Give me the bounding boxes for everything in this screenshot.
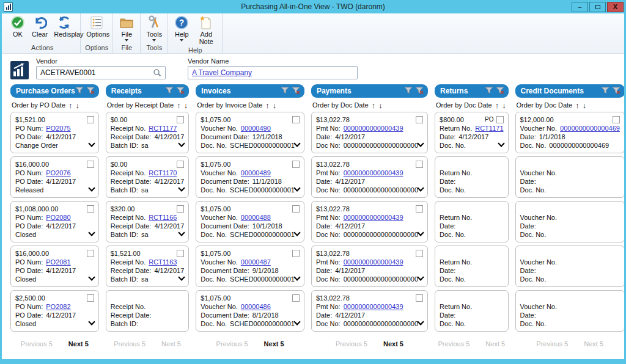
document-link[interactable]: PO2080 <box>46 214 70 221</box>
document-link[interactable]: 0000000000000439 <box>344 303 403 310</box>
document-link[interactable]: RCT1170 <box>149 169 177 177</box>
clear-filter-icon[interactable] <box>415 86 424 96</box>
sort-descending-icon[interactable]: ↓ <box>583 102 587 109</box>
card-checkbox[interactable] <box>177 161 184 168</box>
filter-icon[interactable] <box>485 86 493 96</box>
card-checkbox[interactable] <box>87 294 94 302</box>
filter-icon[interactable] <box>165 86 174 96</box>
sort-ascending-icon[interactable]: ↑ <box>372 102 376 109</box>
card-expand-chevron-icon[interactable] <box>88 318 95 325</box>
document-link[interactable]: RCT1177 <box>149 125 177 132</box>
card-checkbox[interactable] <box>87 205 94 213</box>
column-header-returns[interactable]: Returns <box>435 84 508 98</box>
card-expand-chevron-icon[interactable] <box>417 318 424 325</box>
card-expand-chevron-icon[interactable] <box>293 229 300 236</box>
document-link[interactable]: 0000000000000439 <box>344 125 403 132</box>
document-link[interactable]: PO2081 <box>46 258 70 266</box>
card-expand-chevron-icon[interactable] <box>88 140 95 147</box>
sort-ascending-icon[interactable]: ↑ <box>68 102 73 109</box>
sort-ascending-icon[interactable]: ↑ <box>265 102 270 109</box>
document-link[interactable]: 00000490 <box>241 125 271 132</box>
sort-descending-icon[interactable]: ↓ <box>378 102 383 109</box>
clear-filter-icon[interactable] <box>176 86 185 96</box>
filter-icon[interactable] <box>404 86 413 96</box>
card-checkbox[interactable] <box>87 250 94 257</box>
card-expand-chevron-icon[interactable] <box>293 184 300 191</box>
close-button[interactable]: X <box>607 2 624 12</box>
card-expand-chevron-icon[interactable] <box>293 318 300 325</box>
column-header-receipts[interactable]: Receipts <box>106 84 190 98</box>
card-expand-chevron-icon[interactable] <box>417 274 424 280</box>
card-expand-chevron-icon[interactable] <box>293 274 300 280</box>
card-checkbox[interactable] <box>416 116 423 123</box>
document-link[interactable]: 00000487 <box>241 258 271 266</box>
add-note-button[interactable]: Add Note <box>193 15 219 46</box>
document-link[interactable]: 00000488 <box>241 214 271 221</box>
clear-filter-icon[interactable] <box>612 86 620 96</box>
card-checkbox[interactable] <box>416 294 423 302</box>
card-checkbox[interactable] <box>292 250 300 257</box>
vendor-lookup-button[interactable] <box>149 68 161 77</box>
document-link[interactable]: RCT1166 <box>149 214 177 221</box>
redisplay-button[interactable]: Redisplay <box>51 15 78 38</box>
column-header-invoices[interactable]: Invoices <box>196 84 304 98</box>
card-expand-chevron-icon[interactable] <box>417 229 424 236</box>
document-link[interactable]: 00000486 <box>241 303 271 310</box>
help-button[interactable]: ?Help <box>171 15 193 42</box>
next-5-link[interactable]: Next 5 <box>68 340 89 348</box>
card-checkbox[interactable] <box>292 116 300 123</box>
ok-button[interactable]: OK <box>7 15 29 38</box>
card-expand-chevron-icon[interactable] <box>417 184 424 191</box>
document-link[interactable]: 0000000000000439 <box>344 258 403 266</box>
column-header-purchase-orders[interactable]: Purchase Orders <box>10 84 99 98</box>
card-checkbox[interactable] <box>292 205 300 213</box>
card-expand-chevron-icon[interactable] <box>179 229 185 236</box>
document-link[interactable]: 0000000000000439 <box>344 214 403 221</box>
card-checkbox[interactable] <box>416 250 423 257</box>
options-button[interactable]: Options <box>83 15 110 38</box>
document-link[interactable]: PO2076 <box>46 169 70 177</box>
sort-ascending-icon[interactable]: ↑ <box>575 102 580 109</box>
document-link[interactable]: 00000489 <box>241 169 271 177</box>
card-expand-chevron-icon[interactable] <box>179 140 185 147</box>
document-link[interactable]: RCT1163 <box>149 258 177 266</box>
sort-ascending-icon[interactable]: ↑ <box>177 102 181 109</box>
filter-icon[interactable] <box>281 86 289 96</box>
card-expand-chevron-icon[interactable] <box>179 274 185 280</box>
filter-icon[interactable] <box>75 86 84 96</box>
card-checkbox[interactable] <box>416 161 423 168</box>
column-header-payments[interactable]: Payments <box>311 84 428 98</box>
vendor-input[interactable]: ACETRAVE0001 <box>36 66 166 79</box>
next-5-link[interactable]: Next 5 <box>264 340 284 348</box>
clear-filter-icon[interactable] <box>86 86 95 96</box>
tools-button[interactable]: Tools <box>143 15 165 42</box>
sort-descending-icon[interactable]: ↓ <box>76 102 80 109</box>
sort-descending-icon[interactable]: ↓ <box>502 102 506 109</box>
sort-ascending-icon[interactable]: ↑ <box>495 102 499 109</box>
next-5-link[interactable]: Next 5 <box>383 340 403 348</box>
filter-icon[interactable] <box>601 86 609 96</box>
card-checkbox[interactable] <box>496 116 504 123</box>
card-checkbox[interactable] <box>292 294 300 302</box>
card-checkbox[interactable] <box>613 116 620 123</box>
sort-descending-icon[interactable]: ↓ <box>273 102 277 109</box>
card-expand-chevron-icon[interactable] <box>179 184 185 191</box>
document-link[interactable]: 0000000000000439 <box>344 169 403 177</box>
minimize-button[interactable]: – <box>572 2 588 12</box>
document-link[interactable]: PO2082 <box>46 303 70 310</box>
clear-filter-icon[interactable] <box>496 86 504 96</box>
card-checkbox[interactable] <box>87 161 94 168</box>
clear-button[interactable]: Clear <box>29 15 51 38</box>
card-expand-chevron-icon[interactable] <box>293 140 300 147</box>
sort-descending-icon[interactable]: ↓ <box>184 102 188 109</box>
document-link[interactable]: 0000000000000469 <box>560 125 620 132</box>
card-checkbox[interactable] <box>87 116 94 123</box>
card-expand-chevron-icon[interactable] <box>88 184 95 191</box>
card-expand-chevron-icon[interactable] <box>417 140 424 147</box>
file-button[interactable]: File <box>116 15 138 42</box>
document-link[interactable]: PO2075 <box>46 125 70 132</box>
card-expand-chevron-icon[interactable] <box>498 140 504 147</box>
card-expand-chevron-icon[interactable] <box>88 229 95 236</box>
vendor-name-link[interactable]: A Travel Company <box>192 68 252 77</box>
document-link[interactable]: RCT1171 <box>475 125 503 132</box>
